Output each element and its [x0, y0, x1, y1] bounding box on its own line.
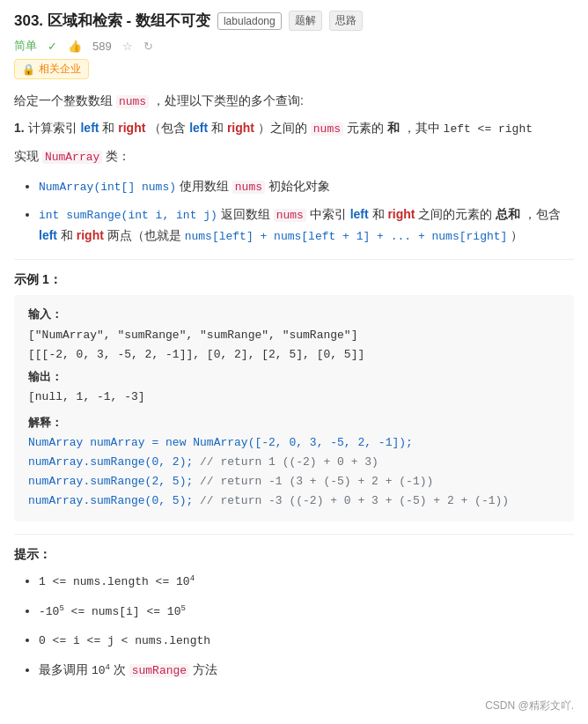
desc-implement: 实现 NumArray 类：	[14, 145, 574, 167]
feature-item-2: int sumRange(int i, int j) 返回数组 nums 中索引…	[39, 204, 574, 247]
tag-jieyi[interactable]: 题解	[289, 11, 322, 31]
explanation-label: 解释：	[28, 414, 560, 433]
difficulty-label: 简单	[14, 38, 37, 54]
feature-item-1: NumArray(int[] nums) 使用数组 nums 初始化对象	[39, 176, 574, 197]
lock-icon: 🔒	[22, 63, 35, 76]
explanation-line-3: numArray.sumRange(2, 5); // return -1 (3…	[28, 472, 560, 491]
company-badge-label: 相关企业	[39, 62, 81, 77]
check-icon: ✓	[48, 40, 57, 53]
hint-item-2: -105 <= nums[i] <= 105	[39, 600, 574, 622]
input-line-1: ["NumArray", "sumRange", "sumRange", "su…	[28, 326, 560, 345]
divider-1	[14, 259, 574, 260]
feature-list: NumArray(int[] nums) 使用数组 nums 初始化对象 int…	[14, 176, 574, 247]
input-label: 输入：	[28, 306, 560, 325]
divider-2	[14, 534, 574, 535]
explanation-line-2: numArray.sumRange(0, 2); // return 1 ((-…	[28, 453, 560, 472]
output-value: [null, 1, -1, -3]	[28, 388, 560, 407]
thumbs-count: 589	[92, 40, 112, 53]
hint-item-3: 0 <= i <= j < nums.length	[39, 629, 574, 651]
hints-title: 提示：	[14, 547, 574, 563]
title-bar: 303. 区域和检索 - 数组不可变 labuladong 题解 思路	[14, 11, 574, 31]
hints-list: 1 <= nums.length <= 104 -105 <= nums[i] …	[14, 570, 574, 681]
description-section: 给定一个整数数组 nums ，处理以下类型的多个查询: 1. 计算索引 left…	[14, 90, 574, 167]
example-box: 输入： ["NumArray", "sumRange", "sumRange",…	[14, 295, 574, 521]
hints-section: 提示： 1 <= nums.length <= 104 -105 <= nums…	[14, 547, 574, 681]
example-title: 示例 1：	[14, 272, 574, 288]
thumbs-up-icon[interactable]: 👍	[68, 40, 82, 53]
tag-silv[interactable]: 思路	[329, 11, 363, 31]
desc-intro: 给定一个整数数组 nums ，处理以下类型的多个查询:	[14, 90, 574, 112]
company-badge[interactable]: 🔒 相关企业	[14, 59, 89, 79]
explanation-line-4: numArray.sumRange(0, 5); // return -3 ((…	[28, 491, 560, 511]
input-line-2: [[[-2, 0, 3, -5, 2, -1]], [0, 2], [2, 5]…	[28, 345, 560, 365]
footer-brand: CSDN @精彩文吖.	[485, 698, 574, 713]
refresh-icon[interactable]: ↻	[143, 40, 153, 53]
hint-item-1: 1 <= nums.length <= 104	[39, 570, 574, 592]
meta-bar: 简单 ✓ 👍 589 ☆ ↻	[14, 38, 574, 54]
explanation-line-1: NumArray numArray = new NumArray([-2, 0,…	[28, 433, 560, 453]
tag-labuladong[interactable]: labuladong	[217, 12, 282, 30]
output-label: 输出：	[28, 368, 560, 388]
desc-query1: 1. 计算索引 left 和 right （包含 left 和 right ）之…	[14, 117, 574, 139]
hint-item-4: 最多调用 104 次 sumRange 方法	[39, 659, 574, 681]
star-icon[interactable]: ☆	[122, 40, 133, 53]
problem-title: 303. 区域和检索 - 数组不可变	[14, 11, 210, 31]
